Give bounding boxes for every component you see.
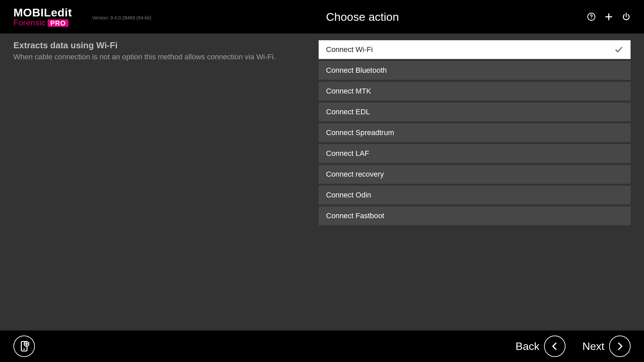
action-item-label: Connect LAF [326,149,369,158]
action-item-label: Connect Wi-Fi [326,45,373,54]
svg-point-1 [591,18,592,19]
add-device-button[interactable] [13,336,35,357]
action-item[interactable]: Connect EDL [319,103,631,121]
action-item[interactable]: Connect Bluetooth [319,61,631,80]
footer-right: Back Next [516,336,631,357]
back-label: Back [516,340,539,353]
action-item-label: Connect Odin [326,191,371,199]
logo-line1: MOBILedit [13,7,72,18]
chevron-right-icon [609,336,631,357]
action-item-label: Connect recovery [326,170,384,179]
description-title: Extracts data using Wi-Fi [13,40,312,51]
footer-bar: Back Next [0,330,644,362]
check-icon [614,45,623,54]
action-item[interactable]: Connect Spreadtrum [319,123,631,142]
power-icon[interactable] [622,12,631,21]
logo-forensic: Forensic [13,19,46,27]
next-button[interactable]: Next [582,336,631,357]
page-title: Choose action [326,10,399,23]
footer-left [13,336,35,357]
main-content: Extracts data using Wi-Fi When cable con… [0,34,644,330]
app-logo: MOBILedit Forensic PRO [13,7,72,27]
logo-pro: PRO [48,19,68,27]
svg-point-6 [23,348,25,350]
action-item-label: Connect MTK [326,87,371,96]
header-icons [587,12,637,21]
header-bar: MOBILedit Forensic PRO Version: 9.4.0.28… [0,0,644,34]
action-item[interactable]: Connect Fastboot [319,206,631,225]
action-item[interactable]: Connect MTK [319,82,631,101]
version-label: Version: 9.4.0.28468 (64-bit) [92,15,151,20]
action-item-label: Connect Spreadtrum [326,128,394,137]
description-text: When cable connection is not an option t… [13,53,312,61]
action-item-label: Connect EDL [326,108,370,116]
action-item-label: Connect Bluetooth [326,66,387,75]
back-button[interactable]: Back [516,336,566,357]
chevron-left-icon [544,336,566,357]
logo-line2: Forensic PRO [13,19,72,27]
action-list: Connect Wi-FiConnect BluetoothConnect MT… [319,40,631,330]
help-icon[interactable] [587,12,596,21]
add-icon[interactable] [604,12,613,21]
action-item[interactable]: Connect Wi-Fi [319,40,631,59]
action-item[interactable]: Connect LAF [319,144,631,163]
next-label: Next [582,340,604,353]
action-item[interactable]: Connect recovery [319,165,631,184]
action-item[interactable]: Connect Odin [319,186,631,204]
action-item-label: Connect Fastboot [326,212,384,220]
description-panel: Extracts data using Wi-Fi When cable con… [13,40,312,330]
